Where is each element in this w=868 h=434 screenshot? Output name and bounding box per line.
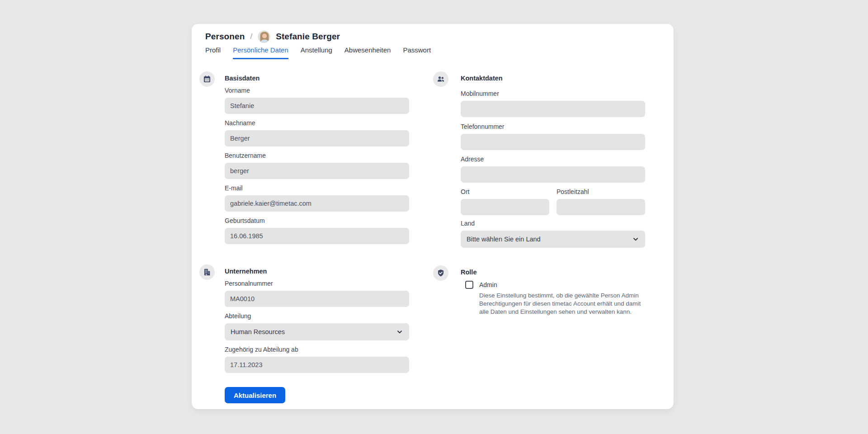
telefonnummer-label: Telefonnummer bbox=[461, 123, 645, 130]
geburtsdatum-input[interactable] bbox=[225, 228, 409, 244]
field-ort: Ort bbox=[461, 188, 549, 215]
section-title-unternehmen: Unternehmen bbox=[225, 268, 267, 275]
zugehoerig-ab-input[interactable] bbox=[225, 357, 409, 373]
abteilung-select[interactable]: Human Resources bbox=[225, 323, 409, 340]
personalnummer-input[interactable] bbox=[225, 291, 409, 307]
field-abteilung: Abteilung Human Resources bbox=[225, 312, 409, 340]
field-vorname: Vorname bbox=[225, 87, 409, 114]
field-zugehoerig-ab: Zugehörig zu Abteilung ab bbox=[225, 346, 409, 373]
calendar-icon bbox=[199, 71, 215, 87]
field-email: E-mail bbox=[225, 184, 409, 212]
page-title: Stefanie Berger bbox=[276, 32, 340, 42]
vorname-label: Vorname bbox=[225, 87, 409, 94]
adresse-input[interactable] bbox=[461, 166, 645, 183]
telefonnummer-input[interactable] bbox=[461, 134, 645, 150]
abteilung-selected-value: Human Resources bbox=[231, 328, 285, 335]
building-icon bbox=[199, 264, 215, 280]
section-title-rolle: Rolle bbox=[461, 269, 476, 276]
tab-persoenliche-daten[interactable]: Persönliche Daten bbox=[233, 46, 288, 59]
field-personalnummer: Personalnummer bbox=[225, 280, 409, 307]
person-detail-card: Personen / Stefanie Berger Profil Persön… bbox=[192, 24, 674, 409]
nachname-input[interactable] bbox=[225, 130, 409, 146]
update-button[interactable]: Aktualisieren bbox=[225, 387, 285, 403]
field-telefonnummer: Telefonnummer bbox=[461, 123, 645, 150]
land-select[interactable]: Bitte wählen Sie ein Land bbox=[461, 231, 645, 248]
people-icon bbox=[433, 71, 448, 87]
geburtsdatum-label: Geburtsdatum bbox=[225, 217, 409, 224]
adresse-label: Adresse bbox=[461, 156, 645, 163]
vorname-input[interactable] bbox=[225, 98, 409, 114]
personalnummer-label: Personalnummer bbox=[225, 280, 409, 287]
breadcrumb: Personen / Stefanie Berger bbox=[205, 29, 340, 44]
tab-anstellung[interactable]: Anstellung bbox=[301, 46, 332, 59]
admin-checkbox[interactable] bbox=[465, 281, 473, 289]
person-avatar bbox=[258, 30, 270, 43]
field-land: Land Bitte wählen Sie ein Land bbox=[461, 220, 645, 248]
benutzername-input[interactable] bbox=[225, 163, 409, 179]
land-label: Land bbox=[461, 220, 645, 227]
tab-abwesenheiten[interactable]: Abwesenheiten bbox=[344, 46, 391, 59]
section-title-basisdaten: Basisdaten bbox=[225, 75, 259, 82]
breadcrumb-personen-link[interactable]: Personen bbox=[205, 32, 245, 42]
field-benutzername: Benutzername bbox=[225, 152, 409, 179]
tab-passwort[interactable]: Passwort bbox=[403, 46, 431, 59]
ort-input[interactable] bbox=[461, 199, 549, 215]
tab-bar: Profil Persönliche Daten Anstellung Abwe… bbox=[205, 46, 431, 59]
mobilnummer-label: Mobilnummer bbox=[461, 90, 645, 97]
field-geburtsdatum: Geburtsdatum bbox=[225, 217, 409, 244]
admin-option: Admin Diese Einstellung bestimmt, ob die… bbox=[465, 281, 651, 316]
tab-profil[interactable]: Profil bbox=[205, 46, 221, 59]
mobilnummer-input[interactable] bbox=[461, 101, 645, 117]
postleitzahl-label: Postleitzahl bbox=[557, 188, 645, 195]
breadcrumb-separator: / bbox=[250, 32, 252, 41]
zugehoerig-ab-label: Zugehörig zu Abteilung ab bbox=[225, 346, 409, 353]
field-postleitzahl: Postleitzahl bbox=[557, 188, 645, 215]
email-label: E-mail bbox=[225, 184, 409, 192]
shield-check-icon bbox=[433, 265, 448, 281]
nachname-label: Nachname bbox=[225, 119, 409, 127]
field-nachname: Nachname bbox=[225, 119, 409, 146]
postleitzahl-input[interactable] bbox=[557, 199, 645, 215]
chevron-down-icon bbox=[396, 328, 403, 335]
admin-label: Admin bbox=[479, 281, 651, 288]
email-input[interactable] bbox=[225, 195, 409, 212]
section-title-kontaktdaten: Kontaktdaten bbox=[461, 75, 503, 82]
benutzername-label: Benutzername bbox=[225, 152, 409, 159]
abteilung-label: Abteilung bbox=[225, 312, 409, 320]
ort-label: Ort bbox=[461, 188, 549, 195]
field-adresse: Adresse bbox=[461, 156, 645, 183]
chevron-down-icon bbox=[632, 236, 639, 243]
land-selected-value: Bitte wählen Sie ein Land bbox=[467, 236, 541, 243]
field-mobilnummer: Mobilnummer bbox=[461, 90, 645, 117]
admin-description: Diese Einstellung bestimmt, ob die gewäh… bbox=[479, 292, 651, 316]
